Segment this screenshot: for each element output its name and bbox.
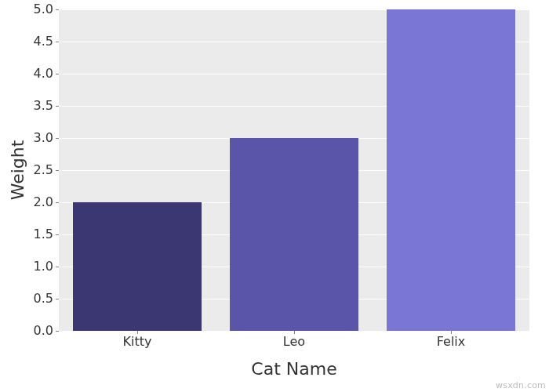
watermark-text: wsxdn.com — [496, 380, 546, 390]
y-tick-mark — [56, 234, 59, 235]
y-tick-label: 3.5 — [6, 100, 53, 112]
y-tick-mark — [56, 106, 59, 107]
y-tick-label: 4.0 — [6, 67, 53, 80]
bar-chart: Weight Cat Name wsxdn.com 0.00.51.01.52.… — [0, 0, 549, 392]
x-tick-mark — [137, 331, 138, 334]
x-tick-label: Kitty — [123, 336, 152, 348]
y-tick-mark — [56, 267, 59, 267]
y-tick-mark — [56, 138, 59, 139]
bar — [387, 9, 515, 331]
x-axis-title: Cat Name — [251, 359, 336, 379]
bar — [73, 202, 202, 331]
y-tick-label: 4.5 — [6, 35, 53, 48]
y-tick-label: 3.0 — [6, 132, 53, 144]
x-tick-mark — [294, 331, 295, 334]
y-tick-label: 0.5 — [6, 292, 53, 305]
y-tick-mark — [56, 299, 59, 299]
y-tick-label: 1.5 — [6, 228, 53, 241]
x-tick-label: Felix — [437, 336, 466, 348]
x-tick-mark — [451, 331, 452, 334]
y-tick-label: 5.0 — [6, 3, 53, 16]
y-tick-mark — [56, 74, 59, 74]
y-tick-label: 2.5 — [6, 164, 53, 176]
plot-area — [59, 9, 529, 331]
y-tick-label: 1.0 — [6, 260, 53, 273]
y-tick-mark — [56, 9, 59, 10]
bar — [230, 138, 358, 331]
x-tick-label: Leo — [283, 336, 305, 348]
y-tick-mark — [56, 170, 59, 171]
y-tick-mark — [56, 42, 59, 42]
y-tick-mark — [56, 202, 59, 203]
y-tick-label: 0.0 — [6, 325, 53, 337]
y-tick-mark — [56, 331, 59, 332]
y-tick-label: 2.0 — [6, 196, 53, 209]
